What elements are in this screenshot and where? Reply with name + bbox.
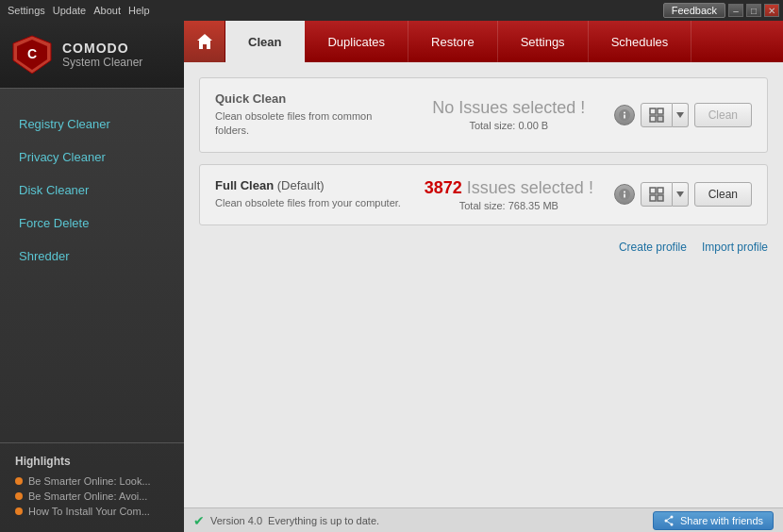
svg-point-11 xyxy=(624,191,625,193)
quick-clean-size: Total size: 0.00 B xyxy=(469,120,548,131)
highlight-link-3[interactable]: How To Install Your Com... xyxy=(28,506,150,517)
settings-link[interactable]: Settings xyxy=(8,5,45,16)
status-bar: ✔ Version 4.0 Everything is up to date. … xyxy=(184,507,783,532)
svg-rect-8 xyxy=(650,116,656,122)
brand-name: COMODO xyxy=(62,41,142,56)
full-clean-description: Clean obsolete files from your computer. xyxy=(215,196,404,210)
tab-schedules[interactable]: Schedules xyxy=(589,21,692,62)
quick-clean-issues: No Issues selected ! xyxy=(432,98,585,118)
status-version: Version 4.0 xyxy=(210,515,262,526)
full-clean-status: 3872 Issues selected ! Total size: 768.3… xyxy=(419,178,599,211)
svg-line-21 xyxy=(666,521,672,524)
quick-scan-dropdown-button[interactable] xyxy=(673,103,689,127)
scan-icon xyxy=(649,187,664,202)
svg-rect-14 xyxy=(658,188,663,193)
status-message: Everything is up to date. xyxy=(268,515,379,526)
svg-rect-12 xyxy=(624,194,625,198)
highlight-dot-icon xyxy=(15,492,23,500)
quick-scan-group xyxy=(641,103,689,127)
tab-restore[interactable]: Restore xyxy=(408,21,498,62)
list-item: How To Install Your Com... xyxy=(15,506,169,517)
top-bar: Settings Update About Help Feedback – □ … xyxy=(0,0,783,21)
sidebar-item-registry-cleaner[interactable]: Registry Cleaner xyxy=(0,108,184,141)
import-profile-link[interactable]: Import profile xyxy=(702,241,768,254)
full-clean-issues: 3872 Issues selected ! xyxy=(425,178,593,198)
feedback-button[interactable]: Feedback xyxy=(663,3,725,18)
sidebar-item-privacy-cleaner[interactable]: Privacy Cleaner xyxy=(0,141,184,174)
about-link[interactable]: About xyxy=(93,5,121,16)
quick-clean-button[interactable]: Clean xyxy=(694,103,752,127)
full-scan-button[interactable] xyxy=(641,182,673,207)
full-clean-info-icon[interactable] xyxy=(614,184,635,205)
quick-clean-card: Quick Clean Clean obsolete files from co… xyxy=(199,77,768,153)
logo-area: C COMODO System Cleaner xyxy=(0,21,184,89)
status-left: ✔ Version 4.0 Everything is up to date. xyxy=(193,513,379,528)
svg-rect-15 xyxy=(650,195,656,201)
full-clean-info: Full Clean (Default) Clean obsolete file… xyxy=(215,178,404,210)
svg-point-4 xyxy=(624,111,625,113)
svg-text:C: C xyxy=(27,46,37,61)
sidebar-item-force-delete[interactable]: Force Delete xyxy=(0,207,184,240)
help-link[interactable]: Help xyxy=(128,5,150,16)
quick-clean-status: No Issues selected ! Total size: 0.00 B xyxy=(419,98,599,131)
quick-scan-button[interactable] xyxy=(641,103,673,127)
app-subtitle: System Cleaner xyxy=(62,56,142,69)
svg-rect-5 xyxy=(624,114,625,118)
share-button-label: Share with friends xyxy=(680,515,763,526)
svg-rect-9 xyxy=(658,116,663,122)
full-clean-card: Full Clean (Default) Clean obsolete file… xyxy=(199,164,768,225)
highlights-section: Highlights Be Smarter Online: Look... Be… xyxy=(0,442,184,532)
chevron-down-icon xyxy=(676,191,684,197)
nav-items: Registry Cleaner Privacy Cleaner Disk Cl… xyxy=(0,89,184,442)
svg-rect-6 xyxy=(650,108,656,114)
sidebar-item-disk-cleaner[interactable]: Disk Cleaner xyxy=(0,174,184,207)
quick-clean-info: Quick Clean Clean obsolete files from co… xyxy=(215,91,404,139)
sidebar: C COMODO System Cleaner Registry Cleaner… xyxy=(0,21,184,532)
tab-bar: Clean Duplicates Restore Settings Schedu… xyxy=(184,21,783,62)
list-item: Be Smarter Online: Avoi... xyxy=(15,490,169,502)
highlight-link-2[interactable]: Be Smarter Online: Avoi... xyxy=(28,490,147,502)
share-icon xyxy=(663,515,675,526)
full-clean-button[interactable]: Clean xyxy=(694,182,752,207)
highlight-dot-icon xyxy=(15,507,23,515)
info-circle-icon xyxy=(618,188,631,201)
create-profile-link[interactable]: Create profile xyxy=(619,241,687,254)
close-button[interactable]: ✕ xyxy=(764,4,779,17)
minimize-button[interactable]: – xyxy=(728,4,743,17)
full-clean-count: 3872 xyxy=(425,178,462,197)
sidebar-item-shredder[interactable]: Shredder xyxy=(0,240,184,273)
svg-rect-13 xyxy=(650,188,656,193)
highlight-link-1[interactable]: Be Smarter Online: Look... xyxy=(28,475,151,487)
top-bar-links: Settings Update About Help xyxy=(8,5,150,16)
full-clean-title: Full Clean (Default) xyxy=(215,178,404,192)
svg-rect-16 xyxy=(658,195,663,201)
list-item: Be Smarter Online: Look... xyxy=(15,475,169,487)
chevron-down-icon xyxy=(676,112,684,118)
quick-clean-actions: Clean xyxy=(614,103,752,127)
logo-text: COMODO System Cleaner xyxy=(62,41,142,69)
full-scan-dropdown-button[interactable] xyxy=(673,182,689,207)
home-icon xyxy=(195,32,214,51)
update-link[interactable]: Update xyxy=(53,5,86,16)
comodo-logo-icon: C xyxy=(11,34,53,75)
main-content: Quick Clean Clean obsolete files from co… xyxy=(184,62,783,507)
quick-clean-title: Quick Clean xyxy=(215,91,404,106)
tab-duplicates[interactable]: Duplicates xyxy=(305,21,408,62)
profile-links: Create profile Import profile xyxy=(199,237,768,258)
status-check-icon: ✔ xyxy=(193,513,205,528)
svg-line-20 xyxy=(666,517,672,521)
full-clean-size: Total size: 768.35 MB xyxy=(459,200,558,211)
full-scan-group xyxy=(641,182,689,207)
svg-rect-7 xyxy=(658,108,663,114)
tab-settings[interactable]: Settings xyxy=(498,21,589,62)
maximize-button[interactable]: □ xyxy=(746,4,761,17)
home-tab-button[interactable] xyxy=(184,21,225,62)
tab-clean[interactable]: Clean xyxy=(225,21,305,62)
scan-icon xyxy=(649,108,664,123)
quick-clean-description: Clean obsolete files from common folders… xyxy=(215,109,404,139)
quick-clean-info-icon[interactable] xyxy=(614,105,635,125)
main-layout: C COMODO System Cleaner Registry Cleaner… xyxy=(0,21,783,532)
content-area: Clean Duplicates Restore Settings Schedu… xyxy=(184,21,783,532)
share-button[interactable]: Share with friends xyxy=(653,511,774,530)
highlight-dot-icon xyxy=(15,477,23,485)
